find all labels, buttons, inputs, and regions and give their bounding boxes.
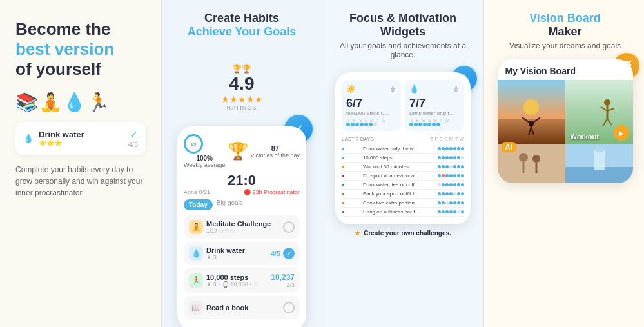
steps-widget-label: 500,000 Steps C... (346, 110, 396, 116)
widget-row: ☀️ 🗑 6/7 500,000 Steps C... TFSSMTW 💧 (342, 80, 464, 131)
procrastinator-label: 🔴 23h Procrastinator (244, 189, 300, 195)
water-days: TFSSMTW (409, 118, 460, 123)
widget-steps: ☀️ 🗑 6/7 500,000 Steps C... TFSSMTW (342, 80, 401, 131)
svg-point-1 (523, 99, 539, 115)
meditate-name: Meditate Challenge (206, 220, 271, 228)
trash-icon: 🗑 (390, 86, 396, 93)
rating-number: 4.9 (177, 74, 306, 94)
sunset-image (498, 80, 565, 144)
habit-item-left-book: 📖 Read a book (189, 301, 248, 315)
vision-board-title: My Vision Board (498, 59, 633, 80)
progress-circle: 19 (184, 134, 203, 154)
vision-bottom (498, 144, 633, 183)
trophy-area: 🏆 (228, 141, 248, 161)
svg-rect-22 (596, 147, 603, 152)
svg-line-5 (529, 127, 531, 135)
meditate-icon: 🧘 (189, 220, 203, 234)
habits-title: Create Habits (188, 12, 296, 25)
score-display: 21:0 (184, 172, 300, 189)
habit-row-hang: ● Hang on a fitness bar for... (342, 208, 464, 217)
create-challenge[interactable]: ★ Create your own challenges. (335, 230, 471, 237)
steps-count: 10,237 (271, 273, 295, 282)
vision-grid: Workout ▶ (498, 80, 633, 144)
water-score-area: 4/5 ✓ (271, 248, 295, 259)
habit-row-cook: ● Cook two extra portions o... (342, 199, 464, 208)
tab-today[interactable]: Today (184, 199, 213, 210)
habit-item-meditate[interactable]: 🧘 Meditate Challenge 1/17 ☆☆☆ (184, 215, 300, 239)
habit-row-drinkwater: ● Drink water, tea or coffee... (342, 181, 464, 190)
victories-val: 87 (251, 144, 300, 152)
ai-badge: AI (502, 142, 516, 152)
rating-stars: ★★★★★ (177, 94, 306, 104)
water-widget-label: Drink water only t... (409, 110, 460, 116)
last7-header: LAST 7 DAYS T F S S M T W (342, 136, 464, 142)
svg-point-2 (529, 121, 534, 127)
habit-row-sport: ● Do sport at a new location (342, 172, 464, 181)
phone-container-2: ✓ 19 100% Weekly average 🏆 87 Victories … (177, 126, 306, 327)
phone-mockup-2: 19 100% Weekly average 🏆 87 Victories of… (177, 126, 306, 327)
water-score: 4/5 (271, 250, 280, 257)
drink-water-card[interactable]: 💧 Drink water ⭐⭐⭐ ✓ 4/5 (15, 122, 146, 155)
meditate-check (283, 221, 295, 233)
water-name: Drink water (206, 246, 245, 254)
play-button[interactable]: ▶ (614, 125, 629, 141)
trash-icon-2: 🗑 (453, 86, 460, 93)
ratings-label: RATINGS (177, 104, 306, 111)
water-widget-num: 7/7 (409, 97, 460, 110)
habit-item-left-steps: 🏃 10,000 steps ★ 3 • ⌚ 10,000 • ♡ (189, 273, 259, 288)
sunset-svg (498, 80, 565, 144)
habit-item-water[interactable]: 💧 Drink water ★ 3 4/5 ✓ (184, 242, 300, 265)
tab-big-goals[interactable]: Big goals (217, 199, 243, 210)
habit-row-name: Drink water only the whol... (363, 146, 421, 152)
rating-area: 🏆🏆 4.9 ★★★★★ RATINGS (177, 64, 306, 111)
panel-widgets: Focus & Motivation Widgets All your goal… (322, 0, 483, 327)
phone-wrap-3: ✦ ☀️ 🗑 6/7 500,000 Steps C... TFSSMTW (322, 72, 483, 244)
widgets-body: All your goals and achievements at a gla… (335, 41, 471, 59)
habit-score: 4/5 (128, 141, 138, 148)
widgets-title: Focus & Motivation Widgets (335, 12, 471, 39)
droplet-icon: 💧 (409, 84, 419, 94)
vision-body: Visualize your dreams and goals (509, 41, 621, 50)
tabs-row: Today Big goals (184, 199, 300, 210)
emoji-row: 📚🧘💧🏃 (15, 92, 146, 113)
svg-rect-21 (594, 150, 605, 170)
hero-body-text: Complete your habits every day to grow p… (15, 164, 146, 199)
phone-mockup-4: My Vision Board (498, 59, 633, 183)
habit-row-workout: ● Workout 30 minutes (342, 163, 464, 172)
habit-stars: ⭐⭐⭐ (39, 139, 84, 146)
trophy-icon: 🏆 (228, 141, 248, 161)
habit-item-book[interactable]: 📖 Read a book (184, 296, 300, 319)
svg-line-6 (531, 127, 534, 135)
book-check (283, 302, 295, 313)
water-icon: 💧 (23, 134, 34, 143)
phone-wrap-4: 🖼 My Vision Board (484, 59, 644, 191)
panel-hero: Become the best version of yourself 📚🧘💧🏃… (0, 0, 161, 327)
water-sub: ★ 3 (206, 254, 245, 261)
habit-row-pack: ● Pack your sport outfit the... (342, 190, 464, 199)
vision-title: Vision Board Maker (509, 12, 621, 39)
widget-water-header: 💧 🗑 (409, 84, 460, 94)
svg-point-17 (532, 155, 540, 163)
rating-badge: 🏆🏆 4.9 ★★★★★ RATINGS (177, 64, 306, 111)
book-icon: 📖 (189, 301, 203, 315)
steps-days: TFSSMTW (346, 118, 396, 123)
habit-item-steps[interactable]: 🏃 10,000 steps ★ 3 • ⌚ 10,000 • ♡ 10,237… (184, 268, 300, 293)
widget-steps-header: ☀️ 🗑 (346, 84, 396, 94)
anna-row: Anna 0/21 🔴 23h Procrastinator (184, 189, 300, 195)
svg-point-15 (519, 153, 528, 162)
steps-score-area: 10,237 2/3 (271, 273, 295, 288)
steps-dots (346, 123, 396, 126)
habit-list-3: ● Drink water only the whol... ● 10,000 … (342, 144, 464, 217)
phone-wrap-2: 🏆🏆 4.9 ★★★★★ RATINGS ✓ 19 100% Weekly av… (162, 64, 322, 327)
steps-name: 10,000 steps (206, 273, 259, 281)
svg-line-4 (531, 117, 540, 124)
weekly-label: Weekly average (184, 162, 225, 168)
svg-point-8 (604, 99, 610, 106)
water-image (565, 144, 633, 183)
steps-icon: 🏃 (189, 273, 203, 288)
checkmark-icon: ✓ (128, 128, 138, 141)
weekly-stat: 19 100% Weekly average (184, 134, 225, 168)
steps-sub: ★ 3 • ⌚ 10,000 • ♡ (206, 281, 259, 288)
habits-header: Create Habits Achieve Your Goals (175, 0, 309, 45)
habit-row-drink: ● Drink water only the whol... (342, 144, 464, 154)
